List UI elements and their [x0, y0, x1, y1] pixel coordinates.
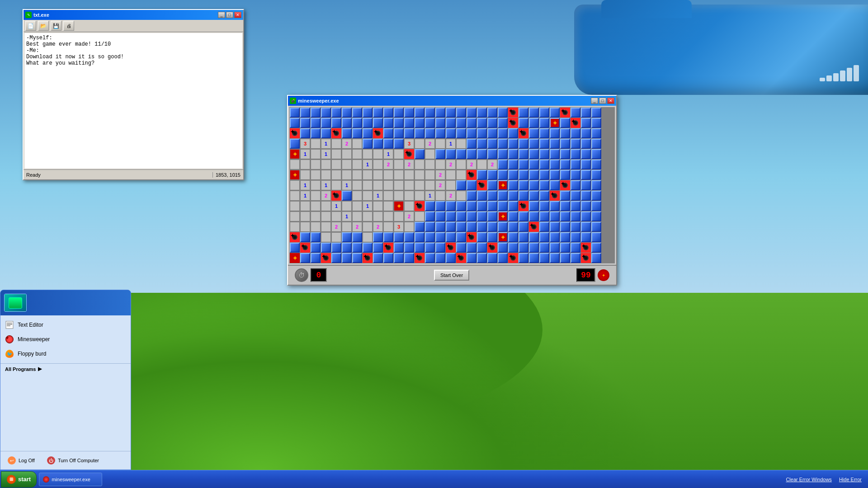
ms-cell[interactable]	[300, 201, 310, 211]
ms-cell[interactable]	[321, 243, 331, 253]
ms-cell[interactable]	[519, 211, 528, 221]
ms-cell[interactable]	[456, 170, 466, 180]
ms-cell[interactable]	[290, 118, 300, 128]
ms-cell[interactable]	[404, 180, 414, 190]
ms-cell[interactable]: ✦	[550, 118, 560, 128]
ms-cell[interactable]	[404, 191, 414, 201]
ms-cell[interactable]	[456, 222, 466, 232]
ms-cell[interactable]: ✦	[508, 118, 518, 128]
maximize-button[interactable]: □	[226, 12, 233, 18]
ms-cell[interactable]	[373, 139, 383, 149]
ms-cell[interactable]	[508, 149, 518, 159]
ms-cell[interactable]	[529, 201, 539, 211]
ms-cell[interactable]	[467, 211, 476, 221]
ms-cell[interactable]	[508, 191, 518, 201]
ms-cell[interactable]	[394, 180, 404, 190]
ms-cell[interactable]	[404, 243, 414, 253]
ms-cell[interactable]	[591, 211, 601, 221]
notepad-content[interactable]: -Myself: Best game ever made! 11/10 -Me:…	[24, 33, 242, 169]
ms-cell[interactable]	[290, 201, 300, 211]
ms-cell[interactable]	[581, 170, 591, 180]
ms-cell[interactable]	[321, 232, 331, 242]
ms-cell[interactable]	[352, 232, 362, 242]
ms-cell[interactable]	[394, 160, 404, 169]
ms-cell[interactable]	[342, 128, 352, 138]
ms-cell[interactable]	[383, 253, 393, 263]
ms-cell[interactable]	[363, 108, 373, 117]
ms-cell[interactable]	[487, 139, 497, 149]
ms-cell[interactable]	[321, 170, 331, 180]
ms-cell[interactable]	[591, 222, 601, 232]
ms-cell[interactable]	[508, 160, 518, 169]
ms-cell[interactable]	[477, 211, 487, 221]
ms-cell[interactable]	[456, 191, 466, 201]
ms-cell[interactable]	[446, 170, 456, 180]
ms-cell[interactable]	[363, 232, 373, 242]
ms-cell[interactable]	[529, 232, 539, 242]
menu-item-minesweeper[interactable]: ✦ Minesweeper	[0, 332, 131, 347]
ms-cell[interactable]	[498, 253, 508, 263]
ms-cell[interactable]: ✦	[477, 180, 487, 190]
ms-cell[interactable]	[321, 201, 331, 211]
ms-cell[interactable]	[383, 108, 393, 117]
ms-cell[interactable]	[508, 170, 518, 180]
ms-cell[interactable]	[550, 211, 560, 221]
ms-cell[interactable]	[456, 232, 466, 242]
ms-cell[interactable]	[571, 201, 580, 211]
ms-cell[interactable]: ✦	[331, 191, 341, 201]
ms-cell[interactable]: ✦	[321, 253, 331, 263]
ms-cell[interactable]	[311, 180, 321, 190]
ms-cell[interactable]	[591, 191, 601, 201]
ms-cell[interactable]	[467, 243, 476, 253]
ms-cell[interactable]	[539, 108, 549, 117]
ms-cell[interactable]	[321, 108, 331, 117]
ms-cell[interactable]	[425, 128, 435, 138]
open-button[interactable]: 📂	[38, 21, 49, 31]
ms-cell[interactable]: ✦	[290, 128, 300, 138]
ms-cell[interactable]	[352, 160, 362, 169]
ms-cell[interactable]: ✦	[300, 243, 310, 253]
ms-cell[interactable]	[539, 253, 549, 263]
ms-cell[interactable]	[591, 170, 601, 180]
ms-cell[interactable]	[363, 170, 373, 180]
ms-cell[interactable]	[435, 160, 445, 169]
ms-cell[interactable]: ✦	[290, 149, 300, 159]
ms-cell[interactable]	[487, 149, 497, 159]
ms-cell[interactable]	[508, 222, 518, 232]
ms-cell[interactable]	[571, 128, 580, 138]
ms-cell[interactable]	[539, 160, 549, 169]
ms-cell[interactable]	[571, 211, 580, 221]
ms-cell[interactable]	[363, 139, 373, 149]
ms-cell[interactable]	[477, 191, 487, 201]
ms-cell[interactable]	[508, 128, 518, 138]
ms-cell[interactable]	[321, 118, 331, 128]
ms-cell[interactable]	[331, 232, 341, 242]
ms-cell[interactable]	[519, 108, 528, 117]
ms-cell[interactable]	[487, 191, 497, 201]
ms-cell[interactable]	[352, 170, 362, 180]
ms-cell[interactable]: 1	[342, 180, 352, 190]
ms-cell[interactable]	[591, 160, 601, 169]
ms-cell[interactable]	[394, 108, 404, 117]
ms-cell[interactable]	[321, 222, 331, 232]
ms-cell[interactable]: ✦	[581, 243, 591, 253]
ms-cell[interactable]	[560, 139, 570, 149]
ms-cell[interactable]	[425, 201, 435, 211]
ms-cell[interactable]	[550, 149, 560, 159]
ms-cell[interactable]	[435, 149, 445, 159]
ms-cell[interactable]	[498, 118, 508, 128]
ms-cell[interactable]	[300, 211, 310, 221]
ms-cell[interactable]	[404, 118, 414, 128]
ms-cell[interactable]	[415, 170, 425, 180]
ms-cell[interactable]	[446, 211, 456, 221]
ms-cell[interactable]	[487, 232, 497, 242]
ms-cell[interactable]	[300, 128, 310, 138]
ms-cell[interactable]	[477, 253, 487, 263]
ms-cell[interactable]	[394, 253, 404, 263]
ms-cell[interactable]: ✦	[446, 243, 456, 253]
all-programs-button[interactable]: All Programs ▶	[0, 363, 131, 374]
ms-cell[interactable]	[300, 108, 310, 117]
ms-cell[interactable]	[571, 160, 580, 169]
ms-cell[interactable]	[539, 128, 549, 138]
ms-cell[interactable]	[467, 118, 476, 128]
